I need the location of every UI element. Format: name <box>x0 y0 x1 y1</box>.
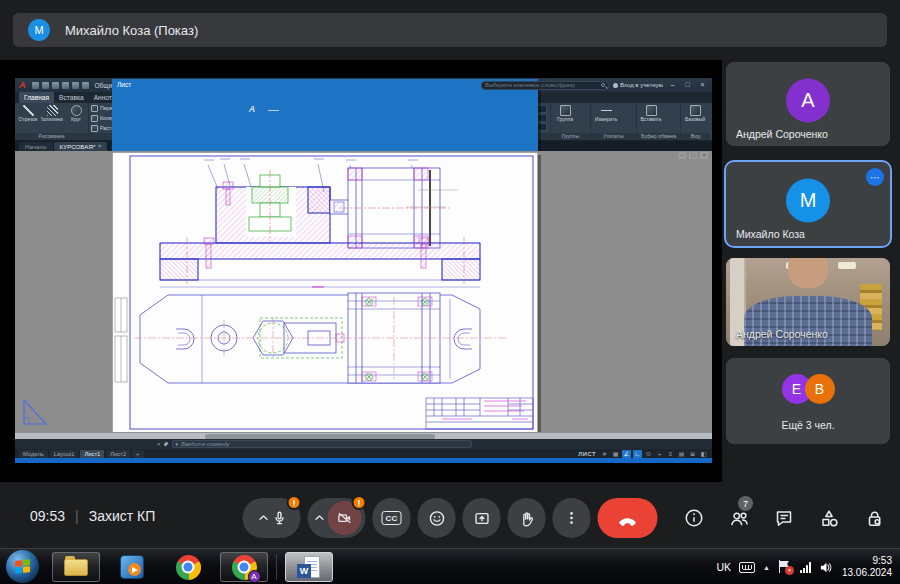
participant-tile-video[interactable]: Андрей Сороченко <box>726 258 890 346</box>
taskbar-explorer-button[interactable] <box>52 552 100 582</box>
account-button[interactable]: Вход в учетную <box>613 82 663 88</box>
ribbon-tab-insert[interactable]: Вставка <box>54 92 89 103</box>
file-tab-drawing[interactable]: КУРСОВАЯ*× <box>54 142 108 151</box>
line-button[interactable]: Отрезок <box>17 104 39 132</box>
command-close-icon[interactable]: × <box>157 441 161 447</box>
participant-tile[interactable]: А Андрей Сороченко <box>726 62 890 146</box>
overflow-participants-tile[interactable]: Е В Ещё 3 чел. <box>726 358 890 444</box>
close-tab-icon[interactable]: × <box>98 142 101 151</box>
kebab-icon <box>564 510 580 526</box>
mic-options-chevron-icon[interactable] <box>256 511 272 525</box>
explorer-icon <box>64 559 88 576</box>
ribbon-panel-draw: Отрезок Полилиния Круг Дуга Рисование <box>15 103 89 140</box>
volume-icon[interactable] <box>819 560 834 575</box>
lineweight-toggle-icon[interactable]: ≡ <box>666 450 675 458</box>
chat-button[interactable] <box>774 508 794 528</box>
avatar: M <box>786 178 830 222</box>
quickview-icon[interactable]: ⊞ <box>688 450 697 458</box>
space-mode-label[interactable]: ЛИСТ <box>578 451 596 457</box>
participants-button[interactable]: 7 <box>729 508 749 528</box>
workspace-icon[interactable]: ▤ <box>677 450 686 458</box>
more-options-button[interactable] <box>553 498 591 538</box>
annotation-scale-icon[interactable]: + <box>655 450 664 458</box>
osnap-icon[interactable]: ⊙ <box>644 450 653 458</box>
drawing-canvas[interactable]: – □ × <box>15 151 712 432</box>
people-icon <box>729 508 749 528</box>
scrollbar-thumb[interactable] <box>205 434 435 439</box>
start-button[interactable] <box>6 550 39 583</box>
tile-options-button[interactable]: ⋯ <box>866 168 884 186</box>
raise-hand-button[interactable] <box>508 498 546 538</box>
autocad-window[interactable]: A Общий доступ Autodesk AutoCAD 2022 КУР… <box>15 78 712 458</box>
measure-button[interactable]: Измерить <box>593 104 619 132</box>
activities-button[interactable] <box>819 508 839 528</box>
meeting-details-button[interactable] <box>684 508 704 528</box>
layout-tab-model[interactable]: Модель <box>19 450 48 458</box>
host-controls-button[interactable] <box>864 508 884 528</box>
panel-label-utilities[interactable]: Утилиты <box>591 133 636 140</box>
command-input[interactable]: ▾Введите команду <box>172 440 472 448</box>
group-button[interactable]: Группа <box>553 104 577 132</box>
layout-tab-list2[interactable]: Лист2 <box>106 450 130 458</box>
taskbar-word-button[interactable]: W <box>285 552 333 582</box>
layout-add-button[interactable]: + <box>132 450 143 458</box>
camera-button[interactable]: ! <box>308 498 366 538</box>
undo-icon[interactable] <box>72 82 79 89</box>
panel-label-clipboard[interactable]: Буфер обмена <box>637 133 680 140</box>
window-close-button[interactable]: × <box>697 78 708 92</box>
panel-label-view[interactable]: Вид <box>681 133 710 140</box>
paste-button[interactable]: Вставить <box>639 104 663 132</box>
command-customize-icon[interactable] <box>164 442 169 447</box>
layout-tab-layout1[interactable]: Layout1 <box>50 450 79 458</box>
circle-button[interactable]: Круг <box>65 104 87 132</box>
captions-button[interactable]: CC <box>373 498 411 538</box>
ortho-icon[interactable]: ∟ <box>633 450 642 458</box>
tray-clock[interactable]: 9:53 13.06.2024 <box>842 555 892 580</box>
base-view-button[interactable]: Базовый <box>683 104 707 132</box>
taskbar-chrome-profile-button[interactable]: A <box>220 552 268 582</box>
print-icon[interactable] <box>62 82 69 89</box>
participant-tile-active[interactable]: M ⋯ Михайло Коза <box>726 162 890 246</box>
snap-icon[interactable]: ▦ <box>611 450 620 458</box>
taskbar-chrome-button[interactable] <box>164 552 212 582</box>
new-file-icon[interactable] <box>32 82 39 89</box>
polyline-button[interactable]: Полилиния <box>41 104 63 132</box>
taskbar-mediaplayer-button[interactable] <box>108 552 156 582</box>
present-button[interactable] <box>463 498 501 538</box>
window-minimize-button[interactable]: – <box>667 78 678 92</box>
file-tab-start[interactable]: Начало <box>19 142 53 151</box>
redo-icon[interactable] <box>82 82 89 89</box>
keyboard-icon[interactable] <box>739 562 755 573</box>
network-icon[interactable] <box>800 562 811 573</box>
save-icon[interactable] <box>52 82 59 89</box>
camera-options-chevron-icon[interactable] <box>312 511 328 525</box>
autocad-statusbar: Модель Layout1 Лист1 Лист2 + ЛИСТ # ▦ ∠ … <box>15 449 712 458</box>
help-search-input[interactable]: Выберите ключевое слово/фразу <box>481 81 609 90</box>
horizontal-scrollbar[interactable] <box>15 432 712 439</box>
language-indicator[interactable]: UK <box>716 561 731 573</box>
panel-label-draw[interactable]: Рисование <box>15 133 88 140</box>
reactions-button[interactable] <box>418 498 456 538</box>
call-controls: ! ! CC <box>243 498 658 538</box>
polar-icon[interactable]: ∠ <box>622 450 631 458</box>
panel-label-groups[interactable]: Группы <box>551 133 590 140</box>
grid-icon[interactable]: # <box>600 450 609 458</box>
media-player-icon <box>120 555 144 579</box>
autocad-logo-icon[interactable]: A <box>19 81 26 90</box>
viewport-window-controls[interactable]: – □ × <box>678 152 708 159</box>
command-line: × ▾Введите команду <box>15 439 712 449</box>
windows-taskbar: A W UK ▲ × 9:53 13.06.2024 <box>0 548 900 584</box>
mic-button[interactable]: ! <box>243 498 301 538</box>
open-file-icon[interactable] <box>42 82 49 89</box>
phone-end-icon <box>617 507 639 529</box>
window-maximize-button[interactable]: □ <box>682 78 693 92</box>
action-center-flag-icon[interactable]: × <box>778 560 792 574</box>
end-call-button[interactable] <box>598 498 658 538</box>
chrome-icon: A <box>232 555 257 580</box>
customization-icon[interactable]: ◧ <box>699 450 708 458</box>
drawing-sheet[interactable] <box>112 152 538 432</box>
host-lock-icon <box>864 508 884 528</box>
tray-expand-icon[interactable]: ▲ <box>763 564 770 571</box>
ribbon-tab-home[interactable]: Главная <box>19 92 54 103</box>
layout-tab-list1[interactable]: Лист1 <box>80 450 104 458</box>
